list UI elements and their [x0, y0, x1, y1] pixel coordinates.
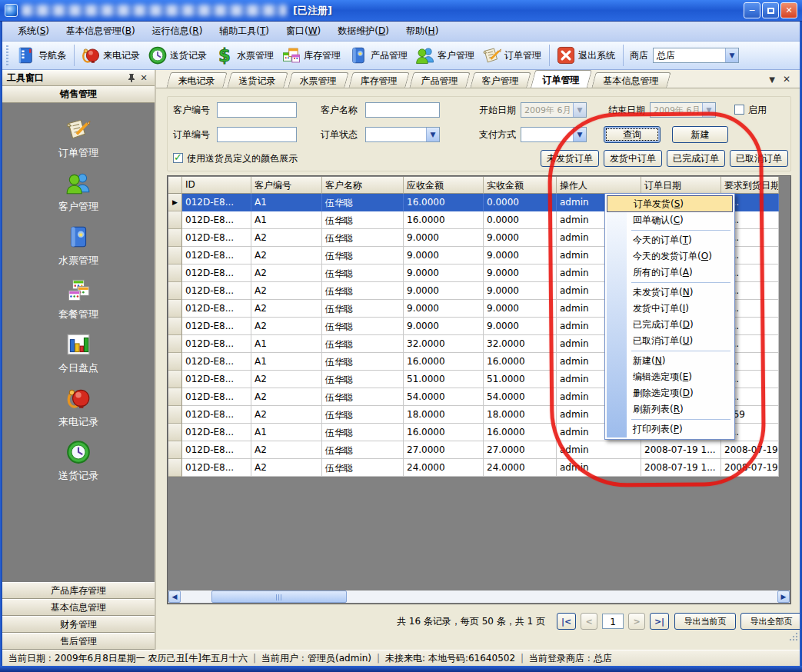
table-cell[interactable]: A1 [251, 211, 322, 229]
tab-库存管理[interactable]: 库存管理 [348, 72, 409, 88]
table-cell[interactable]: 9.0000 [484, 300, 557, 318]
table-cell[interactable]: 9.0000 [404, 300, 484, 318]
table-cell[interactable]: 0.0000 [484, 211, 557, 229]
row-selector-cell[interactable] [168, 459, 182, 477]
sidebar-item-order-scroll[interactable]: 订单管理 [58, 116, 98, 160]
row-selector-cell[interactable] [168, 211, 182, 229]
row-selector-cell[interactable] [168, 229, 182, 247]
context-menu-item-今天的发货订单[interactable]: 今天的发货订单(O) [607, 248, 733, 264]
scroll-right-icon[interactable]: ▶ [777, 590, 790, 603]
toolbar-button-exit[interactable]: 退出系统 [553, 44, 620, 68]
table-cell[interactable]: 16.0000 [404, 353, 484, 371]
table-cell[interactable]: A2 [251, 459, 322, 477]
scrollbar-thumb[interactable] [211, 590, 347, 603]
enable-checkbox[interactable] [734, 105, 744, 115]
table-cell[interactable]: 9.0000 [484, 229, 557, 247]
table-cell[interactable]: 16.0000 [484, 353, 557, 371]
table-cell[interactable]: 16.0000 [404, 194, 484, 211]
table-cell[interactable]: 伍华聪 [322, 459, 404, 477]
table-cell[interactable]: 2008-07-19 1... [721, 459, 779, 477]
chevron-down-icon[interactable]: ▼ [725, 48, 738, 62]
table-cell[interactable]: 012D-E8... [182, 459, 251, 477]
row-selector-cell[interactable] [168, 371, 182, 388]
table-row[interactable]: 012D-E8...A2伍华聪24.000024.0000admin2008-0… [168, 459, 779, 477]
tab-来电记录[interactable]: 来电记录 [166, 72, 227, 88]
context-menu-item-刷新列表[interactable]: 刷新列表(R) [607, 401, 733, 418]
sidebar-item-package-grid[interactable]: 套餐管理 [58, 278, 98, 321]
table-cell[interactable]: 27.0000 [404, 441, 484, 459]
table-cell[interactable]: admin [557, 459, 641, 477]
row-selector-cell[interactable] [168, 353, 182, 371]
table-cell[interactable]: 27.0000 [484, 441, 557, 459]
new-button[interactable]: 新建 [672, 126, 728, 143]
context-menu-item-回单确认[interactable]: 回单确认(C) [607, 212, 733, 228]
row-selector-cell[interactable] [168, 282, 182, 300]
sidebar-item-chart[interactable]: 今日盘点 [58, 331, 98, 375]
end-date-picker[interactable]: 2009年 6月 8日▼ [650, 102, 716, 118]
pin-icon[interactable] [125, 72, 138, 83]
table-cell[interactable]: 伍华聪 [322, 318, 404, 335]
table-cell[interactable]: 伍华聪 [322, 441, 404, 459]
table-cell[interactable]: 012D-E8... [182, 229, 251, 247]
table-cell[interactable]: 0.0000 [484, 194, 557, 211]
customer-name-input[interactable] [365, 102, 440, 118]
table-cell[interactable]: A2 [251, 282, 322, 300]
table-cell[interactable]: A2 [251, 247, 322, 264]
table-cell[interactable]: A2 [251, 371, 322, 388]
table-cell[interactable]: 012D-E8... [182, 353, 251, 371]
table-cell[interactable]: 9.0000 [404, 247, 484, 264]
table-cell[interactable]: A2 [251, 229, 322, 247]
deliveryman-color-checkbox[interactable] [173, 153, 183, 163]
context-menu-item-已完成订单[interactable]: 已完成订单(D) [607, 317, 733, 333]
table-cell[interactable]: 伍华聪 [322, 406, 404, 424]
unshipped-orders-button[interactable]: 未发货订单 [541, 150, 599, 167]
column-header-操作人[interactable]: 操作人 [557, 177, 641, 194]
sidebar-item-delivery-clock[interactable]: 送货记录 [58, 439, 98, 483]
table-cell[interactable]: 012D-E8... [182, 388, 251, 406]
menu-item-r[interactable]: 运行信息(R) [145, 22, 211, 40]
sidebar-group-售后管理[interactable]: 售后管理 [2, 633, 155, 650]
table-cell[interactable]: 2008-07-19 1... [641, 459, 721, 477]
tab-客户管理[interactable]: 客户管理 [470, 72, 531, 88]
table-cell[interactable]: 012D-E8... [182, 441, 251, 459]
shipping-orders-button[interactable]: 发货中订单 [604, 150, 662, 167]
horizontal-scrollbar[interactable]: ◀ ▶ [168, 590, 790, 603]
row-selector-cell[interactable] [168, 441, 182, 459]
export-all-pages-button[interactable]: 导出全部页 [740, 613, 802, 630]
table-cell[interactable]: A1 [251, 353, 322, 371]
menu-item-h[interactable]: 帮助(H) [398, 22, 446, 40]
minimize-button[interactable]: ─ [744, 2, 760, 18]
next-page-button[interactable]: > [628, 613, 645, 630]
menu-item-b[interactable]: 基本信息管理(B) [58, 22, 143, 40]
table-cell[interactable]: 012D-E8... [182, 211, 251, 229]
context-menu-item-订单发货[interactable]: 订单发货(S) [607, 195, 733, 212]
toolbar-button-call-bell[interactable]: 来电记录 [78, 44, 145, 68]
column-header-ID[interactable]: ID [182, 177, 251, 194]
sidebar-group-sales[interactable]: 销售管理 [2, 86, 155, 103]
tab-产品管理[interactable]: 产品管理 [409, 72, 470, 88]
customer-no-input[interactable] [217, 102, 297, 118]
table-cell[interactable]: 012D-E8... [182, 300, 251, 318]
table-cell[interactable]: admin [557, 441, 641, 459]
toolbar-button-product-book[interactable]: 产品管理 [345, 44, 412, 68]
table-cell[interactable]: 伍华聪 [322, 371, 404, 388]
table-cell[interactable]: 伍华聪 [322, 247, 404, 264]
table-cell[interactable]: 伍华聪 [322, 388, 404, 406]
table-cell[interactable]: 9.0000 [404, 229, 484, 247]
table-cell[interactable]: 16.0000 [484, 424, 557, 441]
cancelled-orders-button[interactable]: 已取消订单 [730, 150, 788, 167]
toolbar-button-inventory-grid[interactable]: 库存管理 [278, 44, 345, 68]
table-cell[interactable]: 012D-E8... [182, 318, 251, 335]
sidebar-item-customers[interactable]: 客户管理 [58, 170, 98, 214]
row-selector-cell[interactable] [168, 300, 182, 318]
context-menu-item-已取消订单[interactable]: 已取消订单(U) [607, 333, 733, 349]
export-current-page-button[interactable]: 导出当前页 [674, 613, 736, 630]
menu-item-s[interactable]: 系统(S) [10, 22, 57, 40]
table-cell[interactable]: 伍华聪 [322, 211, 404, 229]
table-cell[interactable]: 18.0000 [484, 406, 557, 424]
row-selector-cell[interactable] [168, 264, 182, 282]
table-cell[interactable]: A2 [251, 406, 322, 424]
tab-overflow-icon[interactable]: ▼ [769, 75, 775, 84]
tab-close-icon[interactable]: ✕ [783, 74, 790, 85]
table-cell[interactable]: 51.0000 [484, 371, 557, 388]
